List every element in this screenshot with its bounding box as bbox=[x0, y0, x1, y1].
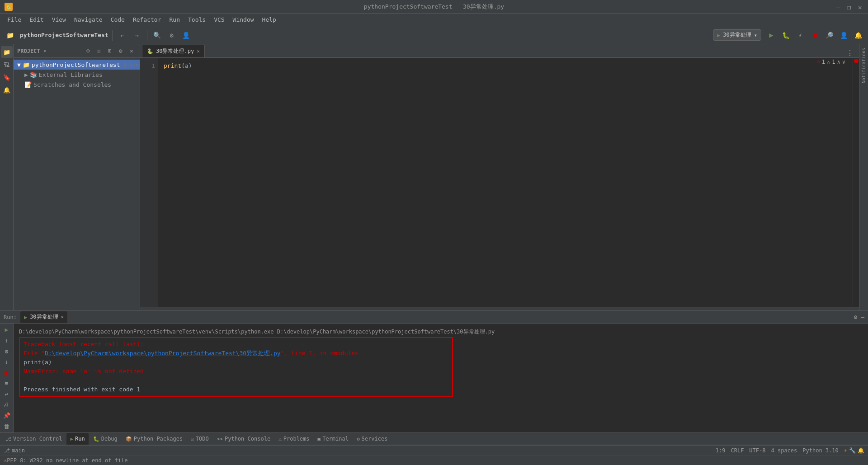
scroll-up-icon[interactable]: ∧ bbox=[837, 59, 840, 65]
sidebar-locate-btn[interactable]: ⊕ bbox=[84, 47, 93, 56]
tab-python-packages[interactable]: 📦 Python Packages bbox=[122, 433, 186, 445]
stop-button[interactable]: ⏹ bbox=[808, 29, 821, 42]
tree-item-scratches[interactable]: 📝 Scratches and Consoles bbox=[14, 80, 140, 89]
toolbar-user-profile[interactable]: 👤 bbox=[180, 29, 193, 42]
cursor-position[interactable]: 1:9 bbox=[716, 447, 726, 454]
encoding[interactable]: UTF-8 bbox=[749, 447, 765, 454]
menu-edit[interactable]: Edit bbox=[26, 15, 47, 24]
editor-right-gutter bbox=[853, 58, 859, 307]
sidebar-icons: ⊕ ≡ ⊞ ⚙ ✕ bbox=[84, 47, 136, 56]
debug-label: Debug bbox=[101, 436, 118, 442]
code-context-line: print(a) bbox=[24, 358, 448, 367]
file-link[interactable]: D:\develop\PyCharm\workspace\pythonProje… bbox=[45, 350, 281, 357]
menu-vcs[interactable]: VCS bbox=[210, 15, 228, 24]
editor-more-button[interactable]: ⋮ bbox=[846, 49, 854, 57]
vcs-branch[interactable]: ⎇ main bbox=[4, 447, 25, 454]
run-print-btn[interactable]: 🖨 bbox=[1, 400, 13, 409]
file-tree: ▼ 📁 pythonProjectSoftwareTest D:\develop… bbox=[14, 58, 140, 310]
activity-project[interactable]: 📁 bbox=[1, 46, 13, 58]
menu-navigate[interactable]: Navigate bbox=[71, 15, 106, 24]
toolbar-user[interactable]: 👤 bbox=[837, 29, 850, 42]
toolbar-open-folder[interactable]: 📁 bbox=[4, 29, 16, 42]
menu-help[interactable]: Help bbox=[259, 15, 280, 24]
activity-structure[interactable]: 🏗 bbox=[1, 59, 13, 70]
menu-refactor[interactable]: Refactor bbox=[129, 15, 165, 24]
run-panel-label: Run: bbox=[4, 314, 17, 320]
run-soft-wrap-btn[interactable]: ↩ bbox=[1, 390, 13, 399]
problems-label: Problems bbox=[283, 436, 310, 442]
sidebar-collapse-btn[interactable]: ≡ bbox=[94, 47, 104, 56]
menu-bar: File Edit View Navigate Code Refactor Ru… bbox=[0, 14, 868, 26]
notification-icon[interactable]: 🔔 bbox=[852, 29, 864, 42]
activity-bookmarks[interactable]: 🔖 bbox=[1, 71, 13, 83]
run-pin-btn[interactable]: 📌 bbox=[1, 411, 13, 420]
sidebar: Project ▾ ⊕ ≡ ⊞ ⚙ ✕ ▼ 📁 pythonProjectSof… bbox=[14, 44, 140, 310]
menu-run[interactable]: Run bbox=[166, 15, 184, 24]
scroll-down-icon[interactable]: ∨ bbox=[842, 59, 845, 65]
title-bar-left: 🐍 bbox=[5, 3, 13, 11]
sidebar-settings-btn[interactable]: ⚙ bbox=[116, 47, 125, 56]
toolbar-search-everywhere[interactable]: 🔍 bbox=[151, 29, 164, 42]
run-tab-active[interactable]: ▶ 30异常处理 ✕ bbox=[20, 311, 67, 323]
run-panel-settings[interactable]: ⚙ — bbox=[854, 314, 864, 320]
minimize-button[interactable]: — bbox=[836, 4, 842, 9]
sidebar-expand-btn[interactable]: ⊞ bbox=[105, 47, 114, 56]
activity-notifications[interactable]: 🔔 bbox=[1, 84, 13, 96]
run-tree-view-btn[interactable]: ≡ bbox=[1, 379, 13, 388]
python-version[interactable]: Python 3.10 bbox=[802, 447, 838, 454]
services-label: Services bbox=[362, 436, 388, 442]
indent-info[interactable]: 4 spaces bbox=[771, 447, 797, 454]
tab-todo[interactable]: ☑ TODO bbox=[187, 433, 212, 445]
toolbar-forward[interactable]: → bbox=[131, 29, 143, 42]
run-settings-btn[interactable]: ⚙ bbox=[1, 347, 13, 356]
editor-tab-main[interactable]: 🐍 30异常处理.py ✕ bbox=[142, 45, 205, 57]
terminal-label: Terminal bbox=[322, 436, 349, 442]
tab-services[interactable]: ⚙ Services bbox=[353, 433, 391, 445]
tree-item-external-libs[interactable]: ▶ 📚 External Libraries bbox=[14, 70, 140, 80]
maximize-button[interactable]: ❐ bbox=[847, 4, 853, 9]
run-up-btn[interactable]: ↑ bbox=[1, 336, 13, 345]
tab-problems[interactable]: ⚠ Problems bbox=[275, 433, 313, 445]
run-down-btn[interactable]: ↓ bbox=[1, 357, 13, 366]
menu-tools[interactable]: Tools bbox=[184, 15, 209, 24]
tab-debug[interactable]: 🐛 Debug bbox=[90, 433, 121, 445]
tab-terminal[interactable]: ▣ Terminal bbox=[314, 433, 352, 445]
tab-close-button[interactable]: ✕ bbox=[197, 48, 200, 54]
window-title: pythonProjectSoftwareTest - 30异常处理.py bbox=[364, 3, 504, 11]
run-output: D:\develop\PyCharm\workspace\pythonProje… bbox=[14, 324, 868, 432]
python-packages-icon: 📦 bbox=[126, 436, 132, 442]
run-play-btn[interactable]: ▶ bbox=[1, 325, 13, 334]
run-clear-btn[interactable]: 🗑 bbox=[1, 422, 13, 431]
error-output-section: Traceback (most recent call last): File … bbox=[19, 337, 453, 397]
run-stop-btn[interactable]: ⏹ bbox=[1, 368, 13, 377]
line-ending[interactable]: CRLF bbox=[731, 447, 744, 454]
tree-item-project-root[interactable]: ▼ 📁 pythonProjectSoftwareTest D:\develop… bbox=[14, 60, 140, 70]
editor-tab-bar: 🐍 30异常处理.py ✕ ⋮ bbox=[140, 44, 859, 58]
menu-file[interactable]: File bbox=[4, 15, 25, 24]
tab-version-control[interactable]: ⎇ Version Control bbox=[2, 433, 66, 445]
warning-count: 1 bbox=[832, 59, 835, 65]
error-indicator: ⊘ 1 △ 1 ∧ ∨ bbox=[817, 59, 845, 65]
toolbar-back[interactable]: ← bbox=[116, 29, 129, 42]
pep-message: PEP 8: W292 no newline at end of file bbox=[7, 457, 127, 464]
menu-code[interactable]: Code bbox=[107, 15, 128, 24]
run-config-selector[interactable]: ▶ 30异常处理 ▾ bbox=[713, 29, 761, 41]
run-tab-close[interactable]: ✕ bbox=[61, 314, 64, 320]
sidebar-project-title: Project ▾ bbox=[17, 48, 47, 54]
sidebar-close-btn[interactable]: ✕ bbox=[127, 47, 136, 56]
horizontal-scrollbar[interactable] bbox=[140, 307, 859, 310]
menu-view[interactable]: View bbox=[48, 15, 70, 24]
window-controls: — ❐ ✕ bbox=[836, 4, 863, 9]
run-button[interactable]: ▶ bbox=[765, 29, 778, 42]
toolbar-settings[interactable]: ⚙ bbox=[165, 29, 178, 42]
menu-window[interactable]: Window bbox=[229, 15, 258, 24]
tab-run[interactable]: ▶ Run bbox=[66, 433, 88, 445]
debug-button[interactable]: 🐛 bbox=[779, 29, 792, 42]
tab-python-console[interactable]: >> Python Console bbox=[213, 433, 274, 445]
close-button[interactable]: ✕ bbox=[858, 4, 863, 9]
notifications-label[interactable]: Notifications bbox=[861, 48, 866, 83]
code-area[interactable]: print(a) bbox=[158, 58, 853, 307]
toolbar-search[interactable]: 🔎 bbox=[823, 29, 835, 42]
coverage-button[interactable]: ⚡ bbox=[794, 29, 807, 42]
name-error-line: NameError: name 'a' is not defined bbox=[24, 367, 448, 376]
